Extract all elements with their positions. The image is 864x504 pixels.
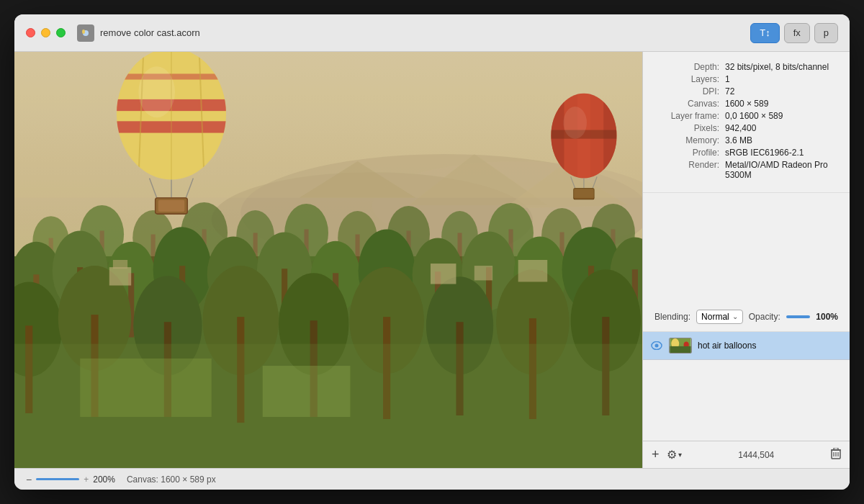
- info-row-pixels: Pixels: 942,400: [654, 123, 838, 133]
- layer-name: hot air balloons: [698, 341, 842, 351]
- layers-value: 1: [725, 74, 730, 84]
- canvas-info: Canvas: 1600 × 589 px: [127, 474, 216, 485]
- canvas-value: 1600 × 589: [725, 99, 768, 109]
- info-row-dpi: DPI: 72: [654, 86, 838, 96]
- layer-item[interactable]: hot air balloons: [643, 332, 850, 360]
- info-row-memory: Memory: 3.6 MB: [654, 135, 838, 145]
- gear-menu-button[interactable]: ⚙ ▾: [667, 448, 682, 462]
- canvas-label: Canvas:: [654, 99, 719, 109]
- svg-rect-123: [834, 448, 838, 450]
- pixels-label: Pixels:: [654, 123, 719, 133]
- document-icon: [77, 24, 94, 42]
- layer-coords: 1444,504: [689, 450, 824, 460]
- info-row-depth: Depth: 32 bits/pixel, 8 bits/channel: [654, 62, 838, 72]
- info-section: Depth: 32 bits/pixel, 8 bits/channel Lay…: [643, 52, 850, 193]
- p-button[interactable]: p: [814, 23, 838, 43]
- layerframe-label: Layer frame:: [654, 111, 719, 121]
- render-value: Metal/IO/AMD Radeon Pro 5300M: [725, 160, 838, 180]
- opacity-slider[interactable]: [786, 315, 811, 318]
- zoom-slider[interactable]: [36, 478, 79, 480]
- layers-section: hot air balloons: [643, 332, 850, 441]
- pixels-value: 942,400: [725, 123, 756, 133]
- layer-thumbnail: [669, 338, 692, 354]
- window-title: remove color cast.acorn: [100, 27, 750, 38]
- minimize-button[interactable]: [41, 28, 50, 37]
- info-row-render: Render: Metal/IO/AMD Radeon Pro 5300M: [654, 160, 838, 180]
- info-row-canvas: Canvas: 1600 × 589: [654, 99, 838, 109]
- delete-layer-button[interactable]: [831, 448, 841, 462]
- chevron-down-icon: ▾: [678, 451, 682, 459]
- info-row-layers: Layers: 1: [654, 74, 838, 84]
- canvas-scene: [14, 52, 642, 468]
- svg-point-116: [655, 343, 659, 347]
- profile-value: sRGB IEC61966-2.1: [725, 148, 804, 158]
- fx-button[interactable]: fx: [784, 23, 810, 43]
- canvas-area[interactable]: [14, 52, 642, 468]
- svg-point-2: [82, 30, 85, 34]
- titlebar: remove color cast.acorn T↕ fx p: [14, 14, 850, 52]
- zoom-plus-icon[interactable]: +: [84, 474, 89, 485]
- zoom-controls: − + 200%: [26, 474, 115, 485]
- panel-spacer: [643, 193, 850, 302]
- opacity-label: Opacity:: [749, 312, 780, 322]
- dpi-label: DPI:: [654, 86, 719, 96]
- zoom-value: 200%: [93, 474, 115, 485]
- layerframe-value: 0,0 1600 × 589: [725, 111, 783, 121]
- depth-value: 32 bits/pixel, 8 bits/channel: [725, 62, 829, 72]
- main-area: Depth: 32 bits/pixel, 8 bits/channel Lay…: [14, 52, 850, 468]
- traffic-lights: [26, 28, 66, 37]
- memory-label: Memory:: [654, 135, 719, 145]
- memory-value: 3.6 MB: [725, 135, 752, 145]
- blending-mode-select[interactable]: Normal ⌄: [696, 310, 743, 324]
- maximize-button[interactable]: [56, 28, 66, 37]
- zoom-out-button[interactable]: −: [26, 474, 32, 485]
- svg-rect-120: [670, 346, 690, 352]
- statusbar: − + 200% Canvas: 1600 × 589 px: [14, 468, 850, 490]
- application-window: remove color cast.acorn T↕ fx p: [14, 14, 850, 490]
- layers-toolbar: + ⚙ ▾ 1444,504: [643, 441, 850, 468]
- add-layer-button[interactable]: +: [652, 447, 660, 462]
- depth-label: Depth:: [654, 62, 719, 72]
- dpi-value: 72: [725, 86, 734, 96]
- blending-mode-value: Normal: [701, 312, 729, 322]
- blending-section: Blending: Normal ⌄ Opacity: 100%: [643, 302, 850, 332]
- profile-label: Profile:: [654, 148, 719, 158]
- info-row-layerframe: Layer frame: 0,0 1600 × 589: [654, 111, 838, 121]
- close-button[interactable]: [26, 28, 35, 37]
- blending-label: Blending:: [654, 312, 690, 322]
- opacity-value: 100%: [816, 312, 838, 322]
- text-tool-button[interactable]: T↕: [750, 23, 779, 43]
- titlebar-tools: T↕ fx p: [750, 23, 838, 43]
- info-row-profile: Profile: sRGB IEC61966-2.1: [654, 148, 838, 158]
- gear-icon: ⚙: [667, 448, 677, 462]
- chevron-down-icon: ⌄: [732, 312, 738, 320]
- right-panel: Depth: 32 bits/pixel, 8 bits/channel Lay…: [642, 52, 850, 468]
- layers-label: Layers:: [654, 74, 719, 84]
- svg-rect-114: [14, 52, 642, 198]
- layer-visibility-toggle[interactable]: [650, 339, 663, 352]
- render-label: Render:: [654, 160, 719, 170]
